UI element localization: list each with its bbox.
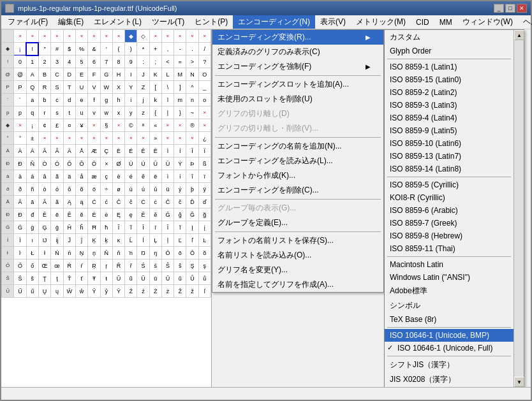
maximize-button[interactable]: □ bbox=[505, 4, 515, 13]
titlebar-buttons: _ □ ✕ bbox=[494, 4, 527, 13]
menu-item-label: エンコーディングの名前を追加(N)... bbox=[218, 141, 342, 152]
menu-item-from-font[interactable]: フォントから作成(K)... bbox=[212, 168, 383, 183]
submenu-separator bbox=[387, 256, 511, 257]
menu-item-encoding-convert[interactable]: エンコーディング変換(R)... ▶ bbox=[212, 30, 383, 45]
submenu-item-koi8r[interactable]: KOI8-R (Cyrillic) bbox=[385, 191, 514, 204]
menu-item-add-slot[interactable]: エンコーディングスロットを追加(A)... bbox=[212, 77, 383, 92]
menu-item-add-name[interactable]: エンコーディングの名前を追加(N)... bbox=[212, 139, 383, 154]
submenu-separator bbox=[387, 327, 511, 328]
encoding-submenu: カスタム Glyph Order ISO 8859-1 (Latin1) ISO… bbox=[384, 29, 524, 387]
menu-item-label: エンコーディングを強制(F) bbox=[218, 61, 311, 72]
submenu-item-glyph-order[interactable]: Glyph Order bbox=[385, 45, 514, 57]
submenu-content: カスタム Glyph Order ISO 8859-1 (Latin1) ISO… bbox=[385, 30, 514, 387]
menu-hints[interactable]: ヒント(P) bbox=[189, 15, 233, 29]
submenu-item-iso8859-6[interactable]: ISO 8859-6 (Arabic) bbox=[385, 204, 514, 217]
submenu-item-tex-base[interactable]: TeX Base (8r) bbox=[385, 313, 514, 326]
titlebar: mplus-1p-regular mplus-1p-regular.ttf (U… bbox=[1, 1, 531, 15]
menu-item-remove-unused[interactable]: 未使用のスロットを削除(U) bbox=[212, 92, 383, 106]
menubar: ファイル(F) 編集(E) エレメント(L) ツール(T) ヒント(P) エンコ… bbox=[1, 15, 531, 29]
submenu-item-iso8859-2[interactable]: ISO 8859-2 (Latin2) bbox=[385, 86, 514, 99]
scroll-up-button[interactable]: ▲ bbox=[514, 30, 524, 40]
submenu-arrow-icon: ▶ bbox=[366, 34, 371, 41]
menu-item-label: フォントの名前リストを保存(S)... bbox=[218, 235, 334, 246]
dropdown-overlay: エンコーディング変換(R)... ▶ 定義済みのグリフのみ表示(C) エンコーデ… bbox=[1, 29, 531, 387]
menu-item-label: グループ毎の表示(G)... bbox=[218, 203, 296, 214]
menu-item-label: エンコーディングを読み込み(L)... bbox=[218, 156, 333, 166]
menu-element[interactable]: エレメント(L) bbox=[89, 15, 147, 29]
submenu-item-iso10646-full[interactable]: ISO 10646-1 (Unicode, Full) bbox=[385, 342, 514, 354]
submenu-item-iso8859-9[interactable]: ISO 8859-9 (Latin5) bbox=[385, 124, 514, 137]
menu-cid[interactable]: CID bbox=[411, 17, 434, 28]
menu-separator bbox=[215, 231, 381, 232]
menu-mm[interactable]: MM bbox=[434, 17, 457, 28]
menu-separator bbox=[215, 199, 381, 200]
submenu-item-iso8859-1[interactable]: ISO 8859-1 (Latin1) bbox=[385, 61, 514, 73]
menu-item-label: エンコーディングを削除(C)... bbox=[218, 185, 319, 196]
submenu-item-iso8859-8[interactable]: ISO 8859-8 (Hebrew) bbox=[385, 230, 514, 242]
menu-metrics[interactable]: メトリック(M) bbox=[351, 15, 411, 29]
submenu-item-jis-x0208[interactable]: JIS X0208（漢字） bbox=[385, 372, 514, 387]
submenu-arrow-icon: ▶ bbox=[366, 63, 371, 70]
close-button[interactable]: ✕ bbox=[517, 4, 527, 13]
menu-item-label: グループを定義(E)... bbox=[218, 217, 288, 228]
menu-help[interactable]: ヘルプ(H) bbox=[518, 15, 532, 29]
menu-separator bbox=[215, 75, 381, 76]
menu-item-detach: グリフの切り離し(D) bbox=[212, 106, 383, 121]
main-window: mplus-1p-regular mplus-1p-regular.ttf (U… bbox=[0, 0, 532, 401]
content-area: × × × × × × × × × ◆ ◇ × × × × bbox=[1, 29, 531, 387]
submenu-item-iso10646-bmp[interactable]: ISO 10646-1 (Unicode, BMP) bbox=[385, 329, 514, 342]
submenu-separator bbox=[387, 59, 511, 59]
menu-item-show-defined[interactable]: 定義済みのグリフのみ表示(C) bbox=[212, 45, 383, 59]
menu-item-show-by-group: グループ毎の表示(G)... bbox=[212, 201, 383, 215]
submenu-item-iso8859-11[interactable]: ISO 8859-11 (Thai) bbox=[385, 242, 514, 255]
menu-item-label: エンコーディングスロットを追加(A)... bbox=[218, 79, 349, 90]
menu-item-label: グリフの切り離し(D) bbox=[218, 108, 290, 119]
submenu-item-iso8859-4[interactable]: ISO 8859-4 (Latin4) bbox=[385, 112, 514, 124]
scroll-down-button[interactable]: ▼ bbox=[514, 377, 524, 387]
menu-item-detach-remove: グリフの切り離し・削除(V)... bbox=[212, 121, 383, 136]
menu-item-label: フォントから作成(K)... bbox=[218, 170, 295, 181]
submenu-item-adobe-std[interactable]: Adobe標準 bbox=[385, 284, 514, 298]
menu-edit[interactable]: 編集(E) bbox=[53, 15, 89, 29]
submenu-item-iso8859-3[interactable]: ISO 8859-3 (Latin3) bbox=[385, 99, 514, 112]
menu-item-label: 名前を指定してグリフを作成(A)... bbox=[218, 279, 334, 290]
submenu-item-win-latin[interactable]: Windows Latin ("ANSI") bbox=[385, 271, 514, 284]
menu-item-create-named[interactable]: 名前を指定してグリフを作成(A)... bbox=[212, 277, 383, 292]
submenu-item-iso8859-13[interactable]: ISO 8859-13 (Latin7) bbox=[385, 150, 514, 163]
encoding-menu: エンコーディング変換(R)... ▶ 定義済みのグリフのみ表示(C) エンコーデ… bbox=[212, 29, 384, 293]
menu-item-force-encoding[interactable]: エンコーディングを強制(F) ▶ bbox=[212, 59, 383, 74]
titlebar-left: mplus-1p-regular mplus-1p-regular.ttf (U… bbox=[5, 4, 177, 13]
minimize-button[interactable]: _ bbox=[494, 4, 504, 13]
menu-encoding[interactable]: エンコーディング(N) bbox=[233, 15, 315, 29]
submenu-item-symbol[interactable]: シンボル bbox=[385, 298, 514, 313]
submenu-item-custom[interactable]: カスタム bbox=[385, 30, 514, 45]
menu-item-remove-encoding[interactable]: エンコーディングを削除(C)... bbox=[212, 183, 383, 198]
submenu-separator bbox=[387, 177, 511, 177]
menu-item-label: 未使用のスロットを削除(U) bbox=[218, 94, 313, 105]
menu-tools[interactable]: ツール(T) bbox=[147, 15, 189, 29]
menu-item-label: エンコーディング変換(R)... bbox=[218, 32, 311, 43]
menu-window[interactable]: ウィンドウ(W) bbox=[457, 15, 518, 29]
menu-file[interactable]: ファイル(F) bbox=[3, 15, 53, 29]
window-title: mplus-1p-regular mplus-1p-regular.ttf (U… bbox=[18, 4, 177, 12]
menu-item-label: グリフの切り離し・削除(V)... bbox=[218, 123, 318, 134]
menu-item-label: グリフ名を変更(Y)... bbox=[218, 265, 288, 275]
menu-view[interactable]: 表示(V) bbox=[315, 15, 351, 29]
menu-item-save-namelist[interactable]: フォントの名前リストを保存(S)... bbox=[212, 233, 383, 248]
app-icon bbox=[5, 4, 14, 13]
menu-item-define-group[interactable]: グループを定義(E)... bbox=[212, 215, 383, 230]
submenu-item-iso8859-7[interactable]: ISO 8859-7 (Greek) bbox=[385, 217, 514, 230]
submenu-item-iso8859-10[interactable]: ISO 8859-10 (Latin6) bbox=[385, 137, 514, 150]
scroll-track bbox=[514, 40, 524, 377]
menu-item-load-encoding[interactable]: エンコーディングを読み込み(L)... bbox=[212, 154, 383, 168]
submenu-separator bbox=[387, 356, 511, 356]
menu-item-load-namelist[interactable]: 名前リストを読み込み(O)... bbox=[212, 248, 383, 263]
submenu-item-mac-latin[interactable]: Macintosh Latin bbox=[385, 258, 514, 271]
menu-separator bbox=[215, 137, 381, 138]
menu-item-label: 名前リストを読み込み(O)... bbox=[218, 250, 311, 261]
submenu-item-iso8859-5[interactable]: ISO 8859-5 (Cyrillic) bbox=[385, 179, 514, 191]
submenu-item-iso8859-14[interactable]: ISO 8859-14 (Latin8) bbox=[385, 163, 514, 175]
submenu-item-iso8859-15[interactable]: ISO 8859-15 (Latin0) bbox=[385, 73, 514, 86]
submenu-item-shiftjis[interactable]: シフトJIS（漢字） bbox=[385, 358, 514, 372]
menu-item-rename-glyph[interactable]: グリフ名を変更(Y)... bbox=[212, 263, 383, 277]
